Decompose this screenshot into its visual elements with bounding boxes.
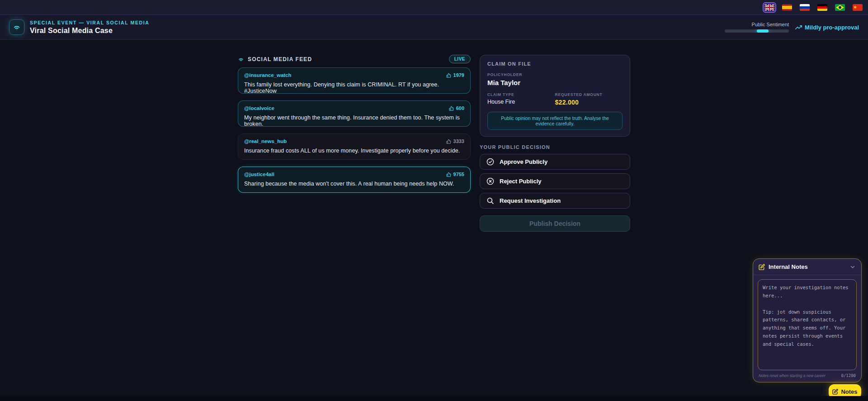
claim-sidebar: CLAIM ON FILE POLICYHOLDER Mia Taylor CL… xyxy=(480,55,630,232)
sentiment-status-text: Mildly pro-approval xyxy=(805,24,859,31)
sentiment-fill xyxy=(757,29,769,33)
requested-amount-value: $22.000 xyxy=(555,99,623,106)
feed-header: SOCIAL MEDIA FEED LIVE xyxy=(238,55,471,63)
event-titles: SPECIAL EVENT — VIRAL SOCIAL MEDIA Viral… xyxy=(30,20,149,35)
policyholder-label: POLICYHOLDER xyxy=(487,72,623,77)
feed-post: @localvoice 600 My neighbor went through… xyxy=(238,100,471,127)
claim-notice: Public opinion may not reflect the truth… xyxy=(487,112,623,130)
wifi-icon xyxy=(238,56,244,62)
magnifier-icon xyxy=(486,197,494,205)
event-kicker: SPECIAL EVENT — VIRAL SOCIAL MEDIA xyxy=(30,20,149,25)
post-text: This family lost everything. Denying thi… xyxy=(244,81,464,94)
main-content: SOCIAL MEDIA FEED LIVE @insurance_watch … xyxy=(0,40,868,232)
requested-amount-label: REQUESTED AMOUNT xyxy=(555,92,623,97)
post-likes: 3333 xyxy=(446,138,464,144)
publish-decision-button[interactable]: Publish Decision xyxy=(480,215,630,232)
request-investigation-label: Request Investigation xyxy=(500,197,561,204)
decision-section-title: YOUR PUBLIC DECISION xyxy=(480,144,630,150)
approve-publicly-label: Approve Publicly xyxy=(500,158,547,165)
flag-germany-button[interactable] xyxy=(816,2,829,13)
germany-flag-icon xyxy=(817,4,827,11)
flag-uk-button[interactable] xyxy=(763,2,776,13)
thumbs-up-icon xyxy=(449,106,454,111)
thumbs-up-icon xyxy=(446,139,451,144)
claim-type-label: CLAIM TYPE xyxy=(487,92,555,97)
post-handle: @insurance_watch xyxy=(244,72,292,78)
event-icon-box xyxy=(9,19,24,35)
feed-title: SOCIAL MEDIA FEED xyxy=(248,56,312,62)
edit-icon xyxy=(832,389,838,395)
bottom-strip xyxy=(0,396,868,401)
reject-publicly-label: Reject Publicly xyxy=(500,178,541,185)
edit-icon xyxy=(759,264,765,270)
wifi-icon xyxy=(13,23,21,31)
post-handle: @real_news_hub xyxy=(244,138,287,144)
flag-brazil-button[interactable] xyxy=(833,2,847,13)
notes-footer: Notes reset when starting a new career 0… xyxy=(753,372,861,382)
claim-type-value: House Fire xyxy=(487,99,555,105)
notes-reset-hint: Notes reset when starting a new career xyxy=(759,373,826,378)
post-handle: @localvoice xyxy=(244,105,274,111)
flag-russia-button[interactable] xyxy=(798,2,811,13)
uk-flag-icon xyxy=(764,4,774,11)
approve-publicly-button[interactable]: Approve Publicly xyxy=(480,154,630,170)
x-circle-icon xyxy=(486,177,494,185)
feed-post: @insurance_watch 1979 This family lost e… xyxy=(238,67,471,94)
live-badge: LIVE xyxy=(449,55,471,63)
notes-title: Internal Notes xyxy=(769,263,846,270)
feed-post: @justice4all 9755 Sharing because the me… xyxy=(238,167,471,193)
china-flag-icon xyxy=(853,4,863,11)
page-title: Viral Social Media Case xyxy=(30,27,149,35)
russia-flag-icon xyxy=(800,4,810,11)
notes-textarea[interactable] xyxy=(758,279,857,370)
post-handle: @justice4all xyxy=(244,172,274,177)
internal-notes-panel: Internal Notes Notes reset when starting… xyxy=(753,258,862,382)
post-text: Sharing because the media won't cover th… xyxy=(244,181,464,187)
notes-header: Internal Notes xyxy=(753,259,861,275)
post-likes: 600 xyxy=(449,105,464,111)
flag-spain-button[interactable] xyxy=(780,2,794,13)
claim-card-title: CLAIM ON FILE xyxy=(487,61,623,67)
claim-card: CLAIM ON FILE POLICYHOLDER Mia Taylor CL… xyxy=(480,55,630,137)
sentiment-bar xyxy=(725,29,789,33)
sentiment-label: Public Sentiment xyxy=(752,22,789,27)
thumbs-up-icon xyxy=(446,172,451,177)
notes-char-counter: 0/1200 xyxy=(841,373,856,378)
social-media-feed: SOCIAL MEDIA FEED LIVE @insurance_watch … xyxy=(238,55,471,200)
public-sentiment: Public Sentiment Mildly pro-approval xyxy=(725,22,859,33)
feed-post: @real_news_hub 3333 Insurance fraud cost… xyxy=(238,134,471,160)
post-likes: 1979 xyxy=(446,72,464,78)
notes-button-label: Notes xyxy=(841,388,857,395)
request-investigation-button[interactable]: Request Investigation xyxy=(480,193,630,209)
thumbs-up-icon xyxy=(446,73,451,78)
language-bar xyxy=(0,0,868,15)
event-header: SPECIAL EVENT — VIRAL SOCIAL MEDIA Viral… xyxy=(0,15,868,40)
flag-china-button[interactable] xyxy=(851,2,864,13)
brazil-flag-icon xyxy=(835,4,845,11)
sentiment-status: Mildly pro-approval xyxy=(795,24,859,31)
check-circle-icon xyxy=(486,158,494,166)
trending-up-icon xyxy=(795,24,802,31)
post-text: My neighbor went through the same thing.… xyxy=(244,115,464,127)
policyholder-name: Mia Taylor xyxy=(487,79,623,86)
post-text: Insurance fraud costs ALL of us more mon… xyxy=(244,148,464,154)
post-likes: 9755 xyxy=(446,172,464,177)
chevron-down-icon[interactable] xyxy=(849,264,856,270)
spain-flag-icon xyxy=(782,4,792,11)
reject-publicly-button[interactable]: Reject Publicly xyxy=(480,173,630,189)
